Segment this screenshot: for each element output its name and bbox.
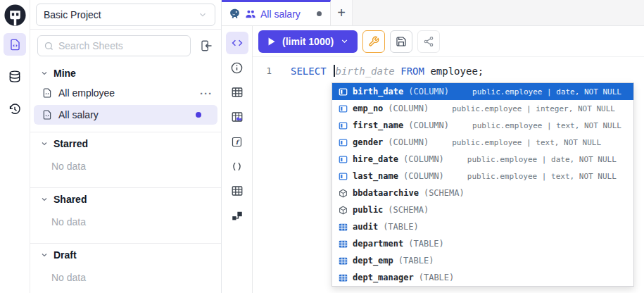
autocomplete-item[interactable]: emp_no (COLUMN) public.employee | intege… xyxy=(332,100,633,117)
strip-code-button[interactable] xyxy=(226,32,248,54)
autocomplete-item[interactable]: audit (TABLE) xyxy=(332,218,633,235)
inline-suggestion: birth_date xyxy=(336,66,395,77)
tab-all-salary[interactable]: All salary xyxy=(222,0,331,25)
code-line-1: 1 SELECT birth_date FROM employee; xyxy=(253,63,644,78)
sheets-icon xyxy=(8,38,22,51)
run-query-button[interactable]: (limit 1000) xyxy=(258,30,358,53)
code-text: SELECT birth_date FROM employee; xyxy=(284,65,484,77)
column-icon xyxy=(338,154,348,164)
share-sheet-button[interactable] xyxy=(417,30,440,53)
section-header-starred[interactable]: Starred xyxy=(30,132,221,154)
section-header-draft[interactable]: Draft xyxy=(30,244,221,265)
bytebase-logo-icon[interactable] xyxy=(3,3,27,27)
rail-sheets-button[interactable] xyxy=(4,33,26,56)
sheet-file-icon xyxy=(42,87,53,99)
suggestion-name: emp_no xyxy=(353,104,383,113)
suggestion-detail: public.employee | text, NOT NULL xyxy=(472,121,621,130)
sheet-file-icon xyxy=(42,109,53,120)
chevron-down-icon xyxy=(40,251,49,259)
strip-table-button[interactable] xyxy=(227,82,248,102)
suggestion-name: hire_date xyxy=(353,154,398,164)
autocomplete-item[interactable]: gender (COLUMN) public.employee | text, … xyxy=(332,134,633,151)
strip-sheet-grid-button[interactable] xyxy=(227,181,248,201)
autocomplete-item[interactable]: bbdataarchive (SCHEMA) xyxy=(332,185,633,201)
function-icon: f xyxy=(231,136,243,148)
section-header-mine[interactable]: Mine xyxy=(30,62,221,83)
suggestion-kind: (COLUMN) xyxy=(388,104,429,113)
autocomplete-item[interactable]: first_name (COLUMN) public.employee | te… xyxy=(332,117,633,134)
autocomplete-item[interactable]: department (TABLE) xyxy=(332,235,633,252)
import-sheet-button[interactable] xyxy=(197,37,215,55)
strip-info-button[interactable] xyxy=(227,58,248,77)
strip-function-button[interactable]: f xyxy=(227,132,248,151)
suggestion-kind: (COLUMN) xyxy=(408,120,449,130)
section-header-shared[interactable]: Shared xyxy=(30,188,221,209)
suggestion-name: first_name xyxy=(353,120,403,130)
sheet-item-all-employee[interactable]: All employee ··· xyxy=(30,83,221,103)
section-label: Starred xyxy=(53,138,88,149)
column-icon xyxy=(338,171,348,181)
search-box xyxy=(37,35,191,56)
strip-schema-diagram-button[interactable] xyxy=(227,206,248,225)
autocomplete-item[interactable]: last_name (COLUMN) public.employee | tex… xyxy=(332,168,633,185)
rail-database-button[interactable] xyxy=(4,66,26,88)
people-icon xyxy=(245,8,256,20)
text-caret xyxy=(334,65,335,77)
new-tab-button[interactable]: + xyxy=(331,0,353,25)
unsaved-dot xyxy=(196,112,201,118)
column-icon xyxy=(338,137,348,147)
search-icon xyxy=(44,41,54,51)
suggestion-kind: (TABLE) xyxy=(398,256,434,266)
suggestion-detail: public.employee | date, NOT NULL xyxy=(472,87,621,96)
table-icon xyxy=(338,256,348,266)
suggestion-kind: (TABLE) xyxy=(419,273,455,282)
autocomplete-item[interactable]: dept_emp (TABLE) xyxy=(332,252,633,269)
code-icon xyxy=(231,37,244,49)
sheet-item-menu-button[interactable]: ··· xyxy=(200,87,213,99)
save-icon xyxy=(396,36,407,47)
suggestion-name: bbdataarchive xyxy=(353,188,419,198)
project-selector[interactable]: Basic Project xyxy=(36,4,215,26)
autocomplete-item[interactable]: hire_date (COLUMN) public.employee | dat… xyxy=(332,151,633,168)
section-label: Shared xyxy=(53,194,87,205)
suggestion-name: last_name xyxy=(353,171,398,181)
table-data-icon xyxy=(231,111,244,123)
format-wrench-button[interactable] xyxy=(362,30,385,53)
svg-text:f: f xyxy=(236,138,240,145)
editor-toolbar: (limit 1000) xyxy=(253,26,644,57)
suggestion-name: public xyxy=(353,205,383,215)
suggestion-name: dept_manager xyxy=(353,273,414,282)
autocomplete-item[interactable]: dept_manager (TABLE) xyxy=(332,269,633,286)
chevron-down-icon xyxy=(40,69,49,77)
autocomplete-item[interactable]: birth_date (COLUMN) public.employee | da… xyxy=(332,83,633,100)
suggestion-kind: (COLUMN) xyxy=(408,87,449,96)
sheet-item-label: All employee xyxy=(58,87,194,99)
suggestion-name: gender xyxy=(353,137,383,147)
strip-table-data-button[interactable] xyxy=(227,107,248,127)
strip-parentheses-button[interactable] xyxy=(227,156,248,176)
autocomplete-item[interactable]: public (SCHEMA) xyxy=(332,201,633,218)
sql-keyword: SELECT xyxy=(291,66,327,77)
sheet-item-all-salary[interactable]: All salary xyxy=(34,105,217,125)
search-row xyxy=(30,30,221,61)
rail-history-button[interactable] xyxy=(4,98,26,120)
schema-diagram-icon xyxy=(231,209,244,222)
chevron-down-icon xyxy=(40,139,49,148)
suggestion-kind: (TABLE) xyxy=(408,239,444,249)
sql-keyword: FROM xyxy=(400,66,424,77)
run-button-label: (limit 1000) xyxy=(282,36,334,47)
sheet-item-label: All salary xyxy=(58,109,190,120)
left-rail xyxy=(0,0,30,293)
import-sheet-icon xyxy=(200,39,213,52)
save-sheet-button[interactable] xyxy=(390,30,412,53)
section-mine: Mine All employee ··· All salary xyxy=(30,62,221,125)
schema-icon xyxy=(338,205,348,215)
chevron-down-icon xyxy=(340,37,349,46)
search-input[interactable] xyxy=(58,40,184,51)
suggestion-detail: public.employee | text, NOT NULL xyxy=(452,138,601,147)
suggestion-detail: public.employee | integer, NOT NULL xyxy=(452,104,615,113)
suggestion-name: birth_date xyxy=(353,87,403,96)
table-icon xyxy=(338,273,348,282)
line-number: 1 xyxy=(253,66,284,76)
share-icon xyxy=(423,36,434,47)
